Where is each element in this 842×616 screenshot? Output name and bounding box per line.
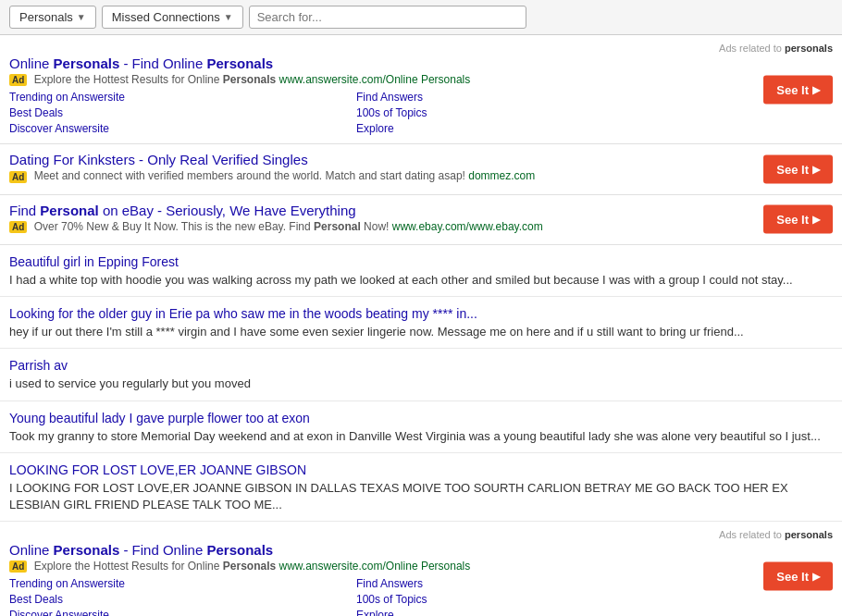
ad-1-url: www.answersite.com/Online Personals xyxy=(279,73,471,86)
ad-3-see-it-label: See It xyxy=(776,213,809,227)
listing-3-title[interactable]: Parrish av xyxy=(9,358,833,373)
listing-3-body: i used to service you regularly but you … xyxy=(9,376,833,392)
ad-bottom-1-links: Trending on Answersite Find Answers Best… xyxy=(9,576,703,616)
ad-1-see-it-label: See It xyxy=(776,82,809,96)
ad-3-title[interactable]: Find Personal on eBay - Seriously, We Ha… xyxy=(9,203,703,218)
listing-1: Beautiful girl in Epping Forest I had a … xyxy=(0,245,842,297)
ad-bottom-1-see-it-label: See It xyxy=(776,569,809,583)
ad-bottom-1-url: www.answersite.com/Online Personals xyxy=(279,560,471,573)
listing-2-body: hey if ur out there I'm still a **** vir… xyxy=(9,324,833,340)
ad-1-link-find-answers[interactable]: Find Answers xyxy=(356,90,703,105)
ad-bottom-1-link-discover[interactable]: Discover Answersite xyxy=(9,608,356,616)
ads-related-label: Ads related to personals xyxy=(9,43,833,54)
ad-3-play-icon: ▶ xyxy=(812,214,820,226)
ad-3-see-it-button[interactable]: See It ▶ xyxy=(763,205,833,234)
ad-2: Dating For Kinksters - Only Real Verifie… xyxy=(0,144,842,194)
ad-3-url: www.ebay.com/www.ebay.com xyxy=(392,220,543,233)
ad-1-link-discover[interactable]: Discover Answersite xyxy=(9,121,356,136)
ad-bottom-1: Ads related to personals Online Personal… xyxy=(0,522,842,616)
listing-5-body: I LOOKING FOR LOST LOVE,ER JOANNE GIBSON… xyxy=(9,480,833,513)
ad-bottom-1-play-icon: ▶ xyxy=(812,570,820,582)
listing-3: Parrish av i used to service you regular… xyxy=(0,349,842,400)
ad-2-url: dommez.com xyxy=(468,169,535,182)
ad-1-desc: Ad Explore the Hottest Results for Onlin… xyxy=(9,73,703,86)
ad-1: Ads related to personals Online Personal… xyxy=(0,35,842,144)
ad-3-badge: Ad xyxy=(9,221,27,233)
ad-2-see-it-label: See It xyxy=(776,162,809,176)
missed-connections-dropdown[interactable]: Missed Connections ▼ xyxy=(102,6,243,29)
listing-2-title[interactable]: Looking for the older guy in Erie pa who… xyxy=(9,306,833,321)
ad-1-links: Trending on Answersite Find Answers Best… xyxy=(9,90,703,136)
listing-1-body: I had a white top with hoodie you was wa… xyxy=(9,272,833,289)
ad-1-play-icon: ▶ xyxy=(812,83,820,95)
ad-bottom-1-desc: Ad Explore the Hottest Results for Onlin… xyxy=(9,560,703,573)
search-input[interactable] xyxy=(249,6,526,29)
ad-2-title[interactable]: Dating For Kinksters - Only Real Verifie… xyxy=(9,152,703,167)
listing-5: LOOKING FOR LOST LOVE,ER JOANNE GIBSON I… xyxy=(0,453,842,522)
ad-1-title[interactable]: Online Personals - Find Online Personals xyxy=(9,55,703,71)
personals-dropdown[interactable]: Personals ▼ xyxy=(9,6,96,29)
listing-1-title[interactable]: Beautiful girl in Epping Forest xyxy=(9,254,833,269)
top-navigation: Personals ▼ Missed Connections ▼ xyxy=(0,0,842,35)
personals-label: Personals xyxy=(19,10,73,24)
personals-arrow-icon: ▼ xyxy=(77,12,86,22)
main-content: Ads related to personals Online Personal… xyxy=(0,35,842,616)
ad-1-link-trending[interactable]: Trending on Answersite xyxy=(9,90,356,105)
ad-bottom-1-link-trending[interactable]: Trending on Answersite xyxy=(9,576,356,591)
ad-2-badge: Ad xyxy=(9,171,27,183)
listing-5-title[interactable]: LOOKING FOR LOST LOVE,ER JOANNE GIBSON xyxy=(9,462,833,477)
ad-bottom-1-badge: Ad xyxy=(9,561,27,573)
missed-connections-arrow-icon: ▼ xyxy=(224,12,233,22)
ad-bottom-1-see-it-button[interactable]: See It ▶ xyxy=(763,561,833,590)
ad-bottom-1-link-best-deals[interactable]: Best Deals xyxy=(9,592,356,607)
ad-1-see-it-button[interactable]: See It ▶ xyxy=(763,75,833,104)
missed-connections-label: Missed Connections xyxy=(112,10,220,24)
ad-3: Find Personal on eBay - Seriously, We Ha… xyxy=(0,195,842,245)
ads-related-bottom-label: Ads related to personals xyxy=(9,529,833,540)
ad-3-desc: Ad Over 70% New & Buy It Now. This is th… xyxy=(9,220,703,233)
ad-1-link-explore[interactable]: Explore xyxy=(356,121,703,136)
ad-2-play-icon: ▶ xyxy=(812,163,820,175)
ad-1-badge: Ad xyxy=(9,74,27,86)
ad-bottom-1-title[interactable]: Online Personals - Find Online Personals xyxy=(9,542,703,558)
ad-2-desc: Ad Meet and connect with verified member… xyxy=(9,169,703,182)
ad-bottom-1-link-find-answers[interactable]: Find Answers xyxy=(356,576,703,591)
ad-1-link-100s-topics[interactable]: 100s of Topics xyxy=(356,105,703,120)
listing-2: Looking for the older guy in Erie pa who… xyxy=(0,297,842,349)
listing-4: Young beautiful lady I gave purple flowe… xyxy=(0,401,842,453)
listing-4-title[interactable]: Young beautiful lady I gave purple flowe… xyxy=(9,411,833,425)
ad-2-see-it-button[interactable]: See It ▶ xyxy=(763,154,833,183)
ad-1-link-best-deals[interactable]: Best Deals xyxy=(9,105,356,120)
listing-4-body: Took my granny to store Memorial Day wee… xyxy=(9,428,833,445)
ad-bottom-1-link-explore[interactable]: Explore xyxy=(356,608,703,616)
ad-bottom-1-link-100s-topics[interactable]: 100s of Topics xyxy=(356,592,703,607)
